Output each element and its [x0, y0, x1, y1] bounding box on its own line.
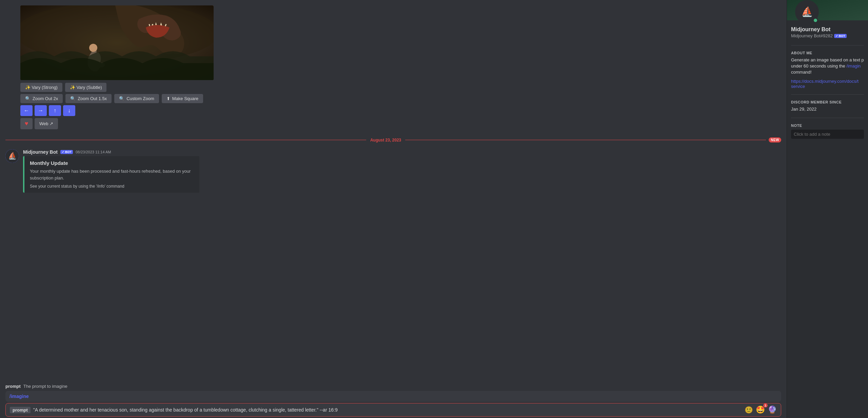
date-divider: August 23, 2023 NEW: [0, 135, 787, 145]
emoji-button[interactable]: 🙂: [745, 406, 753, 414]
heart-button[interactable]: ♥: [20, 118, 33, 129]
make-square-button[interactable]: ⬆ Make Square: [162, 94, 203, 103]
misc-buttons-row: ♥ Web ↗: [20, 118, 781, 129]
zoom-icon: 🔍: [70, 96, 76, 101]
arrow-buttons-row: ← → ↑ ↓: [20, 105, 781, 116]
divider-line-right: [405, 140, 766, 140]
profile-tag: Midjourney Bot#9282 ✓ BOT: [791, 33, 864, 38]
zoom-icon: 🔍: [119, 96, 124, 101]
date-divider-text: August 23, 2023: [366, 138, 405, 142]
message-header: Midjourney Bot ✓ BOT 08/23/2023 11:14 AM: [23, 149, 781, 155]
checkmark-icon: ✓: [62, 150, 64, 154]
arrow-up-button[interactable]: ↑: [49, 105, 61, 116]
check-icon: ✓: [835, 34, 838, 38]
vary-subtle-button[interactable]: ✨ Vary (Subtle): [65, 83, 107, 92]
docs-link-container: https://docs.midjourney.com/docs/t servi…: [791, 78, 864, 89]
online-indicator: [813, 18, 818, 23]
embed-title: Monthly Update: [30, 160, 194, 166]
profile-bot-badge: ✓ BOT: [834, 34, 847, 38]
input-area: prompt The prompt to imagine /imagine pr…: [0, 380, 787, 418]
arrow-right-button[interactable]: →: [35, 105, 47, 116]
profile-divider-3: [791, 118, 864, 118]
extra-emoji[interactable]: 🔮: [768, 405, 777, 414]
new-badge: NEW: [769, 137, 781, 142]
svg-text:⛵: ⛵: [8, 152, 17, 160]
prompt-input[interactable]: [33, 407, 742, 413]
profile-info: Midjourney Bot Midjourney Bot#9282 ✓ BOT: [787, 24, 868, 42]
profile-divider-2: [791, 94, 864, 95]
service-text: service: [791, 84, 864, 89]
prompt-hint-text: The prompt to imagine: [23, 384, 67, 389]
web-label: Web ↗: [39, 121, 53, 126]
vary-buttons-row: ✨ Vary (Strong) ✨ Vary (Subtle): [20, 83, 781, 92]
embed-footer: See your current status by using the '/i…: [30, 184, 194, 189]
about-me-title: ABOUT ME: [791, 51, 864, 55]
web-button[interactable]: Web ↗: [35, 118, 58, 129]
arrow-down-button[interactable]: ↓: [63, 105, 75, 116]
profile-name: Midjourney Bot: [791, 26, 864, 33]
arrow-left-button[interactable]: ←: [20, 105, 33, 116]
embed-description: Your monthly update has been processed a…: [30, 168, 194, 181]
profile-header: ⛵: [787, 10, 868, 24]
svg-point-2: [89, 44, 97, 52]
prompt-label: prompt: [5, 384, 21, 389]
zoom-out-2x-button[interactable]: 🔍 Zoom Out 2x: [20, 94, 63, 103]
slash-command-bar: /imagine: [5, 391, 781, 402]
generated-image: [20, 5, 214, 80]
zoom-out-1-5x-button[interactable]: 🔍 Zoom Out 1.5x: [65, 94, 112, 103]
bot-avatar: ⛵: [5, 149, 19, 163]
about-me-text: Generate an image based on a text p unde…: [791, 57, 864, 76]
message-timestamp: 08/23/2023 11:14 AM: [76, 150, 111, 154]
prompt-field-container[interactable]: prompt 🙂 🤩 1 🔮: [5, 403, 781, 417]
notification-badge-container: 🤩 1: [756, 405, 765, 414]
avatar-svg: ⛵: [5, 149, 19, 163]
zoom-buttons-row: 🔍 Zoom Out 2x 🔍 Zoom Out 1.5x 🔍 Custom Z…: [20, 94, 781, 103]
note-input[interactable]: [791, 130, 864, 139]
svg-text:⛵: ⛵: [801, 6, 813, 17]
member-since-date: Jan 29, 2022: [791, 106, 864, 112]
prompt-hint: prompt The prompt to imagine: [5, 382, 781, 391]
heart-icon: ♥: [25, 120, 28, 127]
right-panel: ⛵ Midjourney Bot Midjourney Bot#9282 ✓ B…: [787, 0, 868, 418]
chat-messages: ✨ Vary (Strong) ✨ Vary (Subtle) 🔍 Zoom O…: [0, 0, 787, 380]
member-since-section: DISCORD MEMBER SINCE Jan 29, 2022: [787, 97, 868, 115]
profile-avatar-container: ⛵: [795, 0, 819, 24]
message-body: Midjourney Bot ✓ BOT 08/23/2023 11:14 AM…: [23, 149, 781, 193]
image-section: ✨ Vary (Strong) ✨ Vary (Subtle) 🔍 Zoom O…: [0, 3, 787, 132]
note-section: NOTE: [787, 121, 868, 141]
about-me-section: ABOUT ME Generate an image based on a te…: [787, 48, 868, 92]
message-container: ⛵ Midjourney Bot ✓ BOT 08/23/2023 11:14 …: [0, 148, 787, 194]
profile-divider: [791, 45, 864, 45]
prompt-field-label: prompt: [10, 407, 31, 413]
member-since-title: DISCORD MEMBER SINCE: [791, 100, 864, 104]
badge-count: 1: [763, 403, 768, 407]
square-icon: ⬆: [166, 96, 170, 101]
chat-area: ✨ Vary (Strong) ✨ Vary (Subtle) 🔍 Zoom O…: [0, 0, 787, 418]
embed-container: Monthly Update Your monthly update has b…: [23, 156, 199, 193]
docs-link[interactable]: https://docs.midjourney.com/docs/t: [791, 79, 859, 84]
note-title: NOTE: [791, 124, 864, 128]
message-username: Midjourney Bot: [23, 149, 58, 155]
imagine-link[interactable]: /imagin: [846, 63, 861, 69]
zoom-icon: 🔍: [25, 96, 31, 101]
bot-badge: ✓ BOT: [60, 150, 73, 154]
slash-command: /imagine: [9, 394, 29, 399]
divider-line-left: [5, 140, 366, 140]
custom-zoom-button[interactable]: 🔍 Custom Zoom: [114, 94, 159, 103]
dino-scene-svg: [20, 5, 214, 80]
vary-strong-button[interactable]: ✨ Vary (Strong): [20, 83, 62, 92]
